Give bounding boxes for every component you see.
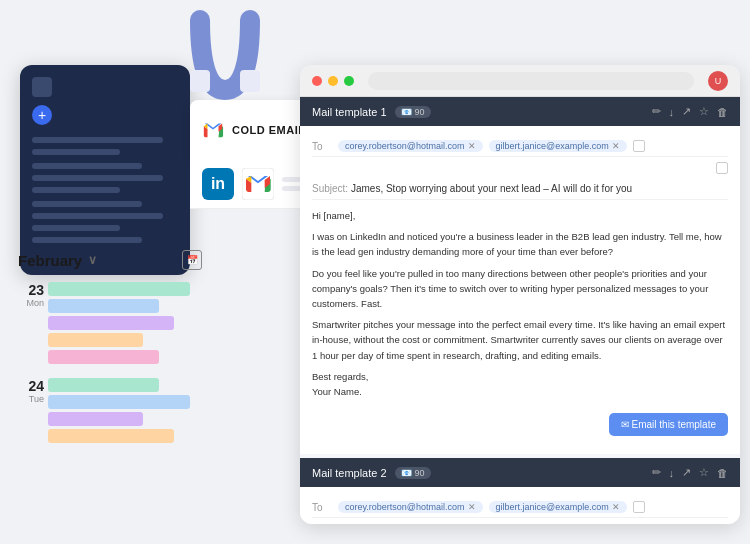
- event-bar[interactable]: [48, 429, 174, 443]
- panel-line: [32, 213, 163, 219]
- maximize-dot[interactable]: [344, 76, 354, 86]
- event-bar[interactable]: [48, 282, 190, 296]
- subject-checkbox[interactable]: [716, 162, 728, 174]
- day-number: 24: [14, 378, 44, 394]
- event-bar[interactable]: [48, 412, 143, 426]
- badge-icon-2: 📧: [401, 468, 412, 478]
- day-name: Tue: [14, 394, 44, 404]
- subject-row: [312, 157, 728, 178]
- badge-count-2: 90: [415, 468, 425, 478]
- to-label-2: To: [312, 502, 332, 513]
- email-content-area: Mail template 1 📧 90 ✏ ↓ ↗ ☆ 🗑: [300, 97, 740, 524]
- email-tag-3[interactable]: corey.robertson@hotmail.com ✕: [338, 501, 483, 513]
- event-bar[interactable]: [48, 333, 143, 347]
- delete-icon[interactable]: 🗑: [717, 106, 728, 118]
- subject-label: Subject:: [312, 183, 351, 194]
- day-number: 23: [14, 282, 44, 298]
- email-form-2: To corey.robertson@hotmail.com ✕ gilbert…: [300, 487, 740, 524]
- panel-line: [32, 187, 120, 193]
- download-icon[interactable]: ↓: [669, 106, 675, 118]
- svg-rect-0: [190, 70, 210, 92]
- panel-line: [32, 163, 142, 169]
- day-name: Mon: [14, 298, 44, 308]
- mail-template-1: Mail template 1 📧 90 ✏ ↓ ↗ ☆ 🗑: [300, 97, 740, 454]
- magnet-illustration: [180, 10, 270, 114]
- panel-line: [32, 201, 142, 207]
- template-1-header: Mail template 1 📧 90 ✏ ↓ ↗ ☆ 🗑: [300, 97, 740, 126]
- calendar-day-row: 24 Tue: [10, 374, 210, 447]
- event-bar[interactable]: [48, 378, 159, 392]
- month-label: February: [18, 252, 82, 269]
- month-chevron[interactable]: ∨: [88, 253, 97, 267]
- scene: + COLD EMAIL OUTREACH ⚡ in: [0, 0, 750, 544]
- body-closing: Best regards,Your Name.: [312, 369, 728, 399]
- panel-line: [32, 149, 120, 155]
- template-2-title-row: Mail template 2 📧 90: [312, 467, 431, 479]
- delete-icon-2[interactable]: 🗑: [717, 467, 728, 479]
- to-field-row-2: To corey.robertson@hotmail.com ✕ gilbert…: [312, 497, 728, 518]
- remove-tag-1[interactable]: ✕: [468, 141, 476, 151]
- day-label: 24 Tue: [14, 378, 44, 404]
- email-tag-4[interactable]: gilbert.janice@example.com ✕: [489, 501, 627, 513]
- email-tag-1[interactable]: corey.robertson@hotmail.com ✕: [338, 140, 483, 152]
- email-form-1: To corey.robertson@hotmail.com ✕ gilbert…: [300, 126, 740, 454]
- event-bar[interactable]: [48, 395, 190, 409]
- email-tag-2[interactable]: gilbert.janice@example.com ✕: [489, 140, 627, 152]
- event-bar[interactable]: [48, 299, 159, 313]
- body-para-1: I was on LinkedIn and noticed you're a b…: [312, 229, 728, 259]
- email-template-button[interactable]: ✉ Email this template: [609, 413, 728, 436]
- remove-tag-4[interactable]: ✕: [612, 502, 620, 512]
- share-icon[interactable]: ↗: [682, 105, 691, 118]
- url-bar[interactable]: [368, 72, 694, 90]
- template-1-title: Mail template 1: [312, 106, 387, 118]
- browser-chrome: U: [300, 65, 740, 97]
- edit-icon[interactable]: ✏: [652, 105, 661, 118]
- event-bar[interactable]: [48, 316, 174, 330]
- calendar-day-row: 23 Mon: [10, 278, 210, 368]
- mail-template-2: Mail template 2 📧 90 ✏ ↓ ↗ ☆ 🗑: [300, 458, 740, 524]
- close-dot[interactable]: [312, 76, 322, 86]
- template-title-row: Mail template 1 📧 90: [312, 106, 431, 118]
- calendar-section: February ∨ 📅 23 Mon 24 Tue: [10, 250, 210, 447]
- to-checkbox[interactable]: [633, 140, 645, 152]
- remove-tag-2[interactable]: ✕: [612, 141, 620, 151]
- clearfix: ✉ Email this template: [312, 413, 728, 444]
- share-icon-2[interactable]: ↗: [682, 466, 691, 479]
- template-2-actions: ✏ ↓ ↗ ☆ 🗑: [652, 466, 729, 479]
- star-icon[interactable]: ☆: [699, 105, 709, 118]
- left-sidebar-panel: +: [20, 65, 190, 275]
- panel-icon: [32, 77, 52, 97]
- template-2-header: Mail template 2 📧 90 ✏ ↓ ↗ ☆ 🗑: [300, 458, 740, 487]
- gmail-icon-2: [242, 168, 274, 200]
- template-actions: ✏ ↓ ↗ ☆ 🗑: [652, 105, 729, 118]
- remove-tag-3[interactable]: ✕: [468, 502, 476, 512]
- panel-line: [32, 225, 120, 231]
- gmail-icon: [202, 119, 224, 141]
- subject-field: Subject: James, Stop worrying about your…: [312, 178, 728, 200]
- badge-count: 90: [415, 107, 425, 117]
- template-2-badge: 📧 90: [395, 467, 431, 479]
- download-icon-2[interactable]: ↓: [669, 467, 675, 479]
- add-button[interactable]: +: [32, 105, 52, 125]
- to-label: To: [312, 141, 332, 152]
- calendar-month-row: February ∨: [18, 252, 97, 269]
- edit-icon-2[interactable]: ✏: [652, 466, 661, 479]
- email-address-3: corey.robertson@hotmail.com: [345, 502, 465, 512]
- svg-rect-1: [240, 70, 260, 92]
- event-bar[interactable]: [48, 350, 159, 364]
- minimize-dot[interactable]: [328, 76, 338, 86]
- body-para-2: Do you feel like you're pulled in too ma…: [312, 266, 728, 312]
- email-address-4: gilbert.janice@example.com: [496, 502, 609, 512]
- to-checkbox-2[interactable]: [633, 501, 645, 513]
- star-icon-2[interactable]: ☆: [699, 466, 709, 479]
- to-field-row: To corey.robertson@hotmail.com ✕ gilbert…: [312, 136, 728, 157]
- user-avatar: U: [708, 71, 728, 91]
- calendar-icon[interactable]: 📅: [182, 250, 202, 270]
- template-2-title: Mail template 2: [312, 467, 387, 479]
- email-address-2: gilbert.janice@example.com: [496, 141, 609, 151]
- calendar-header: February ∨ 📅: [10, 250, 210, 278]
- template-1-badge: 📧 90: [395, 106, 431, 118]
- subject-row-2: Subject: James, Stop worrying about your…: [312, 522, 728, 524]
- salutation: Hi [name],: [312, 208, 728, 223]
- subject-text: James, Stop worrying about your next lea…: [351, 183, 632, 194]
